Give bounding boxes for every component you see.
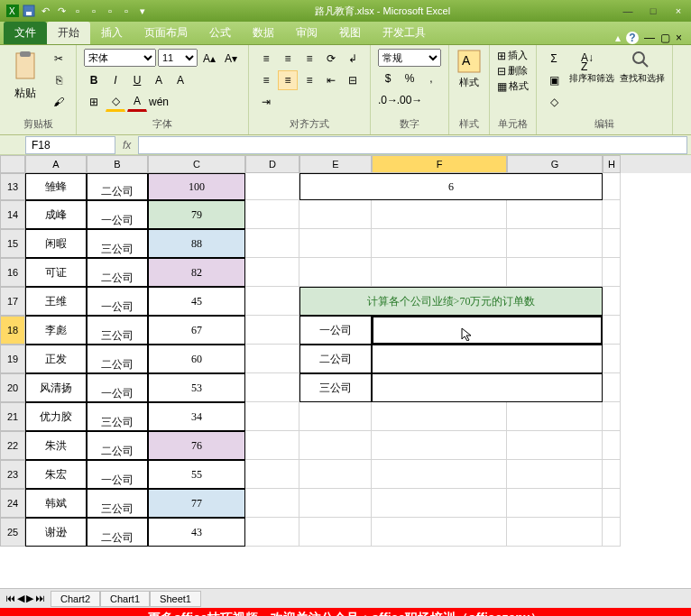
align-top-icon[interactable]: ≡: [256, 49, 276, 69]
help-icon[interactable]: ?: [626, 32, 639, 44]
cell[interactable]: 一公司: [87, 200, 148, 229]
col-header-E[interactable]: E: [299, 155, 372, 173]
row-header-25[interactable]: 25: [0, 518, 25, 547]
sheet-tab-chart2[interactable]: Chart2: [51, 591, 100, 607]
cell[interactable]: 79: [148, 200, 245, 229]
row-header-17[interactable]: 17: [0, 287, 25, 316]
tab-home[interactable]: 开始: [47, 22, 90, 44]
phonetic-icon[interactable]: wén: [149, 92, 169, 112]
cell[interactable]: [507, 518, 603, 547]
tab-insert[interactable]: 插入: [90, 22, 134, 44]
last-sheet-icon[interactable]: ⏭: [35, 593, 45, 604]
cell[interactable]: [299, 200, 372, 229]
cell[interactable]: [372, 431, 507, 460]
currency-icon[interactable]: $: [378, 69, 398, 88]
cell[interactable]: 三公司: [87, 229, 148, 258]
autosum-icon[interactable]: Σ: [544, 49, 564, 69]
increase-decimal-icon[interactable]: .0→: [378, 90, 398, 110]
close-button[interactable]: ×: [666, 2, 691, 20]
cell[interactable]: 可证: [25, 258, 87, 287]
cell[interactable]: 76: [148, 431, 245, 460]
cell[interactable]: [507, 489, 603, 518]
cell[interactable]: [245, 316, 299, 345]
cell[interactable]: 二公司: [87, 173, 148, 200]
col-header-G[interactable]: G: [507, 155, 603, 173]
cell[interactable]: [245, 200, 299, 229]
cell[interactable]: 34: [148, 402, 245, 431]
row-header-23[interactable]: 23: [0, 460, 25, 489]
paste-button[interactable]: 粘贴: [7, 49, 43, 103]
row-header-24[interactable]: 24: [0, 489, 25, 518]
cell[interactable]: 一公司: [87, 373, 148, 402]
cell[interactable]: [372, 200, 507, 229]
cell[interactable]: 二公司: [87, 258, 148, 287]
cell[interactable]: 53: [148, 373, 245, 402]
row-header-20[interactable]: 20: [0, 373, 25, 402]
cell[interactable]: 李彪: [25, 316, 87, 345]
cell[interactable]: 闲暇: [25, 229, 87, 258]
cell[interactable]: [299, 402, 372, 431]
cell[interactable]: [372, 373, 603, 402]
fill-color-icon[interactable]: ◇: [106, 92, 125, 112]
cell[interactable]: 三公司: [87, 402, 148, 431]
cell[interactable]: [603, 316, 621, 345]
cell[interactable]: [507, 460, 603, 489]
col-header-F[interactable]: F: [372, 155, 507, 173]
font-color-icon[interactable]: A: [127, 92, 147, 112]
formula-bar[interactable]: [138, 136, 687, 154]
cell[interactable]: [299, 431, 372, 460]
cell[interactable]: 45: [148, 287, 245, 316]
tab-data[interactable]: 数据: [242, 22, 285, 44]
fill-icon[interactable]: ▣: [544, 70, 564, 90]
cell[interactable]: [299, 518, 372, 547]
sort-filter-icon[interactable]: A↓Z: [579, 49, 604, 70]
cell[interactable]: 优力胶: [25, 402, 87, 431]
cell[interactable]: 计算各个公司业绩>70万元的订单数: [299, 287, 603, 316]
undo-icon[interactable]: ↶: [38, 4, 52, 18]
cell[interactable]: 88: [148, 229, 245, 258]
cell[interactable]: 二公司: [87, 431, 148, 460]
cell[interactable]: 三公司: [87, 489, 148, 518]
cell[interactable]: 77: [148, 489, 245, 518]
cell[interactable]: [507, 229, 603, 258]
font-name-select[interactable]: 宋体: [84, 49, 156, 67]
cell[interactable]: [245, 287, 299, 316]
cell[interactable]: [603, 460, 621, 489]
cell[interactable]: [245, 489, 299, 518]
styles-icon[interactable]: A: [456, 49, 482, 74]
qa-dropdown-icon[interactable]: ▾: [135, 4, 150, 18]
window-close-icon[interactable]: ×: [676, 32, 682, 44]
cell[interactable]: 二公司: [87, 345, 148, 373]
cell[interactable]: 三公司: [299, 373, 372, 402]
cell[interactable]: [372, 258, 507, 287]
cell[interactable]: [245, 460, 299, 489]
col-header-D[interactable]: D: [245, 155, 299, 173]
decrease-indent-icon[interactable]: ⇤: [321, 70, 341, 90]
cell[interactable]: 正发: [25, 345, 87, 373]
decrease-font-icon[interactable]: A▾: [221, 49, 241, 69]
name-box[interactable]: F18: [25, 136, 115, 154]
cell[interactable]: [299, 258, 372, 287]
cell[interactable]: 一公司: [87, 460, 148, 489]
cell[interactable]: [245, 402, 299, 431]
number-format-select[interactable]: 常规: [378, 49, 441, 67]
wrap-text-icon[interactable]: ↲: [343, 49, 363, 69]
qa-icon-3[interactable]: ▫: [103, 4, 117, 18]
align-bottom-icon[interactable]: ≡: [299, 49, 319, 69]
cell[interactable]: [245, 173, 299, 200]
bold-icon[interactable]: B: [84, 70, 104, 90]
redo-icon[interactable]: ↷: [54, 4, 69, 18]
tab-review[interactable]: 审阅: [285, 22, 328, 44]
cell[interactable]: 二公司: [87, 518, 148, 547]
insert-cells-icon[interactable]: ⊞: [497, 50, 506, 62]
sheet-tab-sheet1[interactable]: Sheet1: [150, 591, 201, 607]
align-center-icon[interactable]: ≡: [278, 70, 298, 90]
decrease-decimal-icon[interactable]: .00→: [400, 90, 419, 110]
minimize-button[interactable]: —: [615, 2, 640, 20]
cell[interactable]: [507, 431, 603, 460]
tab-file[interactable]: 文件: [4, 22, 47, 44]
prev-sheet-icon[interactable]: ◀: [17, 593, 24, 604]
border-icon[interactable]: ⊞: [84, 92, 104, 112]
align-middle-icon[interactable]: ≡: [278, 49, 298, 69]
cell[interactable]: [299, 489, 372, 518]
